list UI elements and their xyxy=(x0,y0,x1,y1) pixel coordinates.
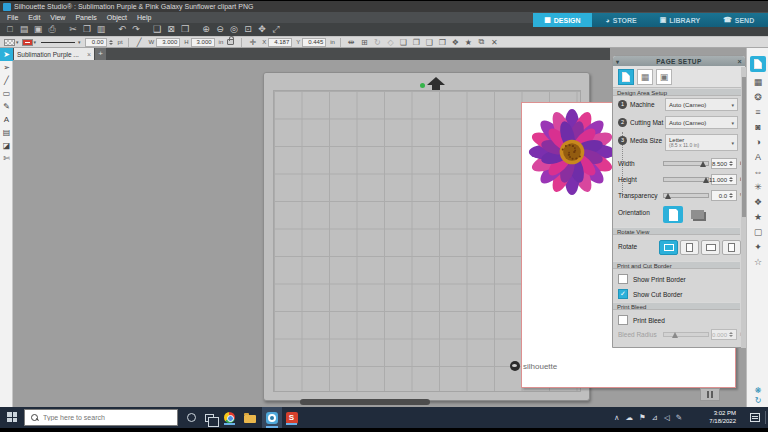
pan-icon[interactable]: ✥ xyxy=(255,23,269,36)
replicate-panel-icon[interactable]: ❖ xyxy=(754,198,762,207)
search-input[interactable] xyxy=(43,414,153,421)
style-caret-icon[interactable]: ▾ xyxy=(78,39,81,45)
height-stepper[interactable] xyxy=(729,177,733,182)
file-explorer-button[interactable] xyxy=(242,410,257,425)
page-setup-tab[interactable] xyxy=(618,69,634,85)
pen-icon[interactable]: ✎ xyxy=(676,413,682,422)
show-print-border-checkbox[interactable] xyxy=(618,274,628,284)
cortana-button[interactable] xyxy=(184,410,199,425)
collapse-panel-icon[interactable]: ▾ xyxy=(616,58,619,65)
bring-to-front-icon[interactable]: ❏ xyxy=(397,38,410,47)
print-icon[interactable]: ⎙ xyxy=(45,23,59,36)
y-field[interactable]: 0.445 xyxy=(302,38,326,47)
scale-tool-icon[interactable]: ╱ xyxy=(133,38,146,47)
security-icon[interactable]: ⚑ xyxy=(639,413,646,422)
document-tab[interactable]: Sublimation Purple ... × xyxy=(14,48,94,60)
line-weight-stepper[interactable] xyxy=(109,40,113,45)
close-tab-icon[interactable]: × xyxy=(87,51,91,58)
sketch-panel-icon[interactable]: ✦ xyxy=(754,243,762,252)
tab-send[interactable]: ☎ SEND xyxy=(709,13,768,27)
paste-icon[interactable]: ▥ xyxy=(94,23,108,36)
silhouette-studio-taskbar-button[interactable] xyxy=(262,407,282,428)
machine-select[interactable]: Auto (Cameo) ▾ xyxy=(665,98,738,111)
notes-tool-icon[interactable]: ▤ xyxy=(0,127,13,139)
registration-marks-tab[interactable]: ▣ xyxy=(656,69,672,85)
open-file-icon[interactable]: ▤ xyxy=(17,23,31,36)
image-effects-panel-icon[interactable]: ◑ xyxy=(755,138,760,147)
close-panel-icon[interactable]: × xyxy=(738,58,743,65)
transparency-stepper[interactable] xyxy=(729,193,733,198)
taskbar-search[interactable] xyxy=(24,409,178,426)
point-edit-tool-icon[interactable]: ➢ xyxy=(0,62,13,74)
draw-tool-icon[interactable]: ✎ xyxy=(0,101,13,113)
hidden-icons-chevron[interactable]: ∧ xyxy=(614,413,620,422)
fill-panel-icon[interactable]: ❂ xyxy=(754,93,762,102)
menu-file[interactable]: File xyxy=(2,14,23,21)
design-workspace[interactable]: 3.000 in 3.000 in silhouette xyxy=(13,60,610,407)
rectangle-tool-icon[interactable]: ▭ xyxy=(0,88,13,100)
page-width-field[interactable]: 8.500 xyxy=(711,158,737,169)
width-field[interactable]: 3.000 xyxy=(156,38,180,47)
media-size-select[interactable]: Letter (8.5 x 11.0 in) ▾ xyxy=(665,134,738,151)
transform-panel-icon[interactable]: ▦ xyxy=(754,78,763,87)
taskbar-clock[interactable]: 3:02 PM 7/18/2022 xyxy=(700,410,736,425)
fit-to-page-icon[interactable]: ⊡ xyxy=(241,23,255,36)
menu-panels[interactable]: Panels xyxy=(70,14,101,21)
print-bleed-checkbox[interactable] xyxy=(618,315,628,325)
preview-panel-icon[interactable]: ▢ xyxy=(754,228,763,237)
redo-icon[interactable]: ↷ xyxy=(129,23,143,36)
show-cut-border-checkbox[interactable]: ✓ xyxy=(618,289,628,299)
network-icon[interactable]: ⊿ xyxy=(652,413,658,422)
star-icon[interactable]: ★ xyxy=(462,38,475,47)
favorites-panel-icon[interactable]: ☆ xyxy=(754,258,762,267)
cut-icon[interactable]: ✂ xyxy=(66,23,80,36)
send-to-back-icon[interactable]: ❒ xyxy=(436,38,449,47)
x-field[interactable]: 4.187 xyxy=(268,38,292,47)
bring-forward-icon[interactable]: ❐ xyxy=(410,38,423,47)
text-style-panel-icon[interactable]: A xyxy=(755,153,761,162)
horizontal-scrollbar-thumb[interactable] xyxy=(300,399,430,405)
transparency-field[interactable]: 0.0 xyxy=(711,190,737,201)
page-setup-panel-icon[interactable] xyxy=(750,56,766,72)
select-tool-icon[interactable]: ➤ xyxy=(0,48,13,61)
rotate-icon[interactable]: ↻ xyxy=(371,38,384,47)
scrollbar-corner-button[interactable] xyxy=(700,388,720,401)
new-tab-button[interactable]: + xyxy=(95,48,106,60)
trace-panel-icon[interactable]: ◙ xyxy=(755,123,760,132)
portrait-orientation-button[interactable] xyxy=(663,206,683,223)
fill-color-swatch[interactable] xyxy=(4,39,15,46)
width-stepper[interactable] xyxy=(729,161,733,166)
show-desktop-button[interactable] xyxy=(765,411,766,424)
line-caret-icon[interactable]: ▾ xyxy=(34,39,37,45)
knife-tool-icon[interactable]: ✄ xyxy=(0,153,13,165)
line-color-swatch[interactable] xyxy=(22,39,33,46)
onedrive-icon[interactable]: ☁ xyxy=(626,413,634,422)
page-width-slider[interactable] xyxy=(663,161,709,166)
menu-object[interactable]: Object xyxy=(102,14,132,21)
drag-zoom-icon[interactable]: ◎ xyxy=(227,23,241,36)
preferences-gear-icon[interactable]: ❋ xyxy=(753,386,763,396)
lock-aspect-icon[interactable] xyxy=(227,39,234,45)
rotate-90-button[interactable] xyxy=(680,240,699,255)
tab-store[interactable]: ◕ STORE xyxy=(592,13,651,27)
center-to-page-icon[interactable]: ⊞ xyxy=(358,38,371,47)
notification-center-icon[interactable] xyxy=(750,413,760,422)
line-weight-field[interactable]: 0.00 xyxy=(85,38,107,47)
copies-icon[interactable]: ⧉ xyxy=(475,37,488,47)
task-view-button[interactable] xyxy=(202,410,217,425)
new-file-icon[interactable]: □ xyxy=(3,23,17,36)
rotate-180-button[interactable] xyxy=(701,240,720,255)
modify-panel-icon[interactable]: ✳ xyxy=(754,183,762,192)
cutting-mat[interactable]: 3.000 in 3.000 in silhouette xyxy=(263,72,590,401)
fill-caret-icon[interactable]: ▾ xyxy=(16,39,19,45)
undo-icon[interactable]: ↶ xyxy=(115,23,129,36)
offset-panel-icon[interactable]: ★ xyxy=(754,213,762,222)
copy-icon[interactable]: ❐ xyxy=(80,23,94,36)
menu-help[interactable]: Help xyxy=(132,14,156,21)
fullscreen-icon[interactable]: ⤢ xyxy=(269,23,283,36)
eraser-tool-icon[interactable]: ◪ xyxy=(0,140,13,152)
s-app-button[interactable]: S xyxy=(284,410,299,425)
tab-library[interactable]: ▣ LIBRARY xyxy=(651,13,710,27)
shape-icon[interactable]: ◇ xyxy=(384,38,397,47)
zoom-out-icon[interactable]: ⊖ xyxy=(213,23,227,36)
